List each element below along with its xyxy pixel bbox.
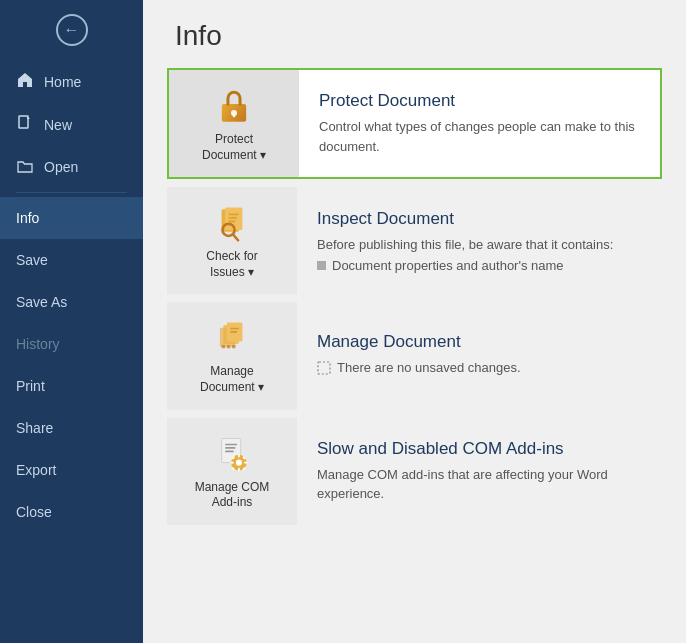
sidebar-item-close[interactable]: Close [0,491,143,533]
inspect-document-info: Inspect Document Before publishing this … [297,187,662,294]
svg-rect-22 [225,443,237,445]
sidebar-item-info[interactable]: Info [0,197,143,239]
svg-rect-0 [19,116,28,128]
svg-rect-24 [225,450,234,452]
protect-document-desc: Control what types of changes people can… [319,117,640,156]
manage-document-title: Manage Document [317,332,642,352]
manage-document-card: ManageDocument ▾ Manage Document There a… [167,302,662,409]
svg-rect-28 [238,467,240,470]
sidebar-item-home[interactable]: Home [0,60,143,103]
protect-document-title: Protect Document [319,91,640,111]
inspect-document-desc: Before publishing this file, be aware th… [317,235,642,255]
svg-rect-18 [227,345,230,348]
svg-rect-30 [244,461,247,463]
svg-rect-7 [229,214,239,216]
inspect-item-text: Document properties and author's name [332,258,564,273]
inspect-document-title: Inspect Document [317,209,642,229]
sidebar-item-print-label: Print [16,378,45,394]
lock-icon [212,84,256,128]
sidebar-divider [16,192,127,193]
protect-document-label: ProtectDocument ▾ [202,132,266,163]
bullet-icon [317,261,326,270]
info-cards-container: ProtectDocument ▾ Protect Document Contr… [143,68,686,549]
sidebar-item-export[interactable]: Export [0,449,143,491]
manage-document-desc: There are no unsaved changes. [317,358,642,380]
sidebar-item-export-label: Export [16,462,56,478]
check-for-issues-label: Check forIssues ▾ [206,249,257,280]
sidebar-item-save[interactable]: Save [0,239,143,281]
manage-com-addins-label: Manage COMAdd-ins [195,480,270,511]
svg-rect-27 [238,454,240,457]
sidebar-item-print[interactable]: Print [0,365,143,407]
back-button[interactable]: ← [0,0,143,60]
svg-rect-15 [230,328,239,330]
protect-document-button[interactable]: ProtectDocument ▾ [169,70,299,177]
inspect-document-card: Check forIssues ▾ Inspect Document Befor… [167,187,662,294]
manage-com-addins-button[interactable]: Manage COMAdd-ins [167,418,297,525]
sidebar-item-share-label: Share [16,420,53,436]
svg-line-11 [233,234,238,240]
sidebar-item-history: History [0,323,143,365]
svg-rect-16 [230,331,237,333]
sidebar-nav: Home New Open Info [0,60,143,643]
home-icon [16,72,34,91]
protect-document-info: Protect Document Control what types of c… [299,70,660,177]
sidebar-item-new-label: New [44,117,72,133]
com-addins-icon [210,432,254,476]
manage-document-label: ManageDocument ▾ [200,364,264,395]
com-addins-title: Slow and Disabled COM Add-ins [317,439,642,459]
sidebar-item-open[interactable]: Open [0,146,143,188]
manage-document-info: Manage Document There are no unsaved cha… [297,302,662,409]
sidebar-item-info-label: Info [16,210,39,226]
svg-rect-19 [232,345,235,348]
sidebar-item-close-label: Close [16,504,52,520]
svg-rect-8 [229,217,238,219]
protect-document-card: ProtectDocument ▾ Protect Document Contr… [167,68,662,179]
svg-rect-4 [233,113,236,117]
manage-icon [210,316,254,360]
sidebar-item-new[interactable]: New [0,103,143,146]
main-panel: Info [143,0,686,643]
manage-document-button[interactable]: ManageDocument ▾ [167,302,297,409]
com-addins-info: Slow and Disabled COM Add-ins Manage COM… [297,418,662,525]
page-title: Info [175,20,654,52]
sidebar: ← Home New [0,0,143,643]
sidebar-item-home-label: Home [44,74,81,90]
main-header: Info [143,0,686,68]
new-icon [16,115,34,134]
sidebar-item-saveas[interactable]: Save As [0,281,143,323]
svg-point-26 [236,459,242,465]
svg-rect-20 [318,362,330,374]
sidebar-item-save-label: Save [16,252,48,268]
sidebar-item-history-label: History [16,336,60,352]
inspect-document-item: Document properties and author's name [317,258,642,273]
svg-rect-23 [225,447,235,449]
sidebar-item-share[interactable]: Share [0,407,143,449]
check-for-issues-button[interactable]: Check forIssues ▾ [167,187,297,294]
back-arrow-icon: ← [56,14,88,46]
inspect-icon [210,201,254,245]
svg-rect-29 [230,461,233,463]
com-addins-desc: Manage COM add-ins that are affecting yo… [317,465,642,504]
sidebar-item-saveas-label: Save As [16,294,67,310]
com-addins-card: Manage COMAdd-ins Slow and Disabled COM … [167,418,662,525]
sidebar-item-open-label: Open [44,159,78,175]
open-icon [16,159,34,176]
dotted-rect-icon [317,361,331,375]
svg-rect-17 [222,345,225,348]
svg-rect-9 [229,221,236,223]
